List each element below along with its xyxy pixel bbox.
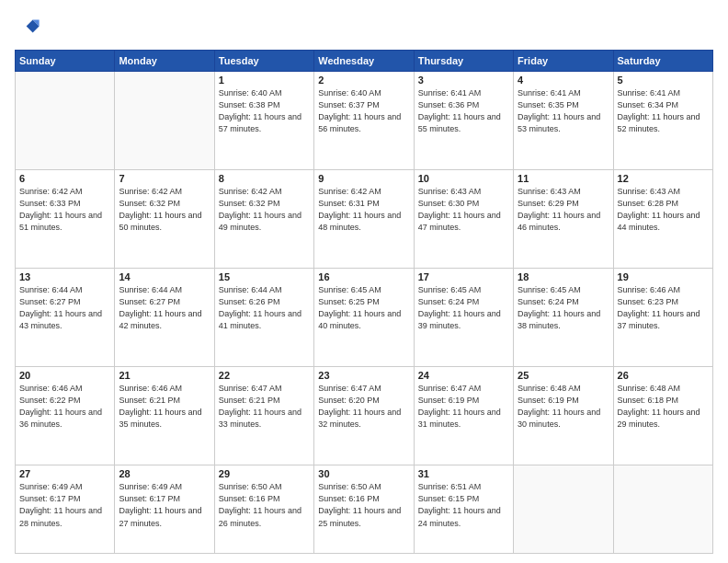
calendar-cell: 1Sunrise: 6:40 AM Sunset: 6:38 PM Daylig… [214, 72, 313, 170]
day-info: Sunrise: 6:46 AM Sunset: 6:23 PM Dayligh… [618, 284, 709, 332]
logo [15, 15, 44, 40]
calendar-cell: 14Sunrise: 6:44 AM Sunset: 6:27 PM Dayli… [115, 269, 214, 367]
weekday-header-saturday: Saturday [613, 51, 712, 72]
day-number: 9 [318, 173, 409, 184]
calendar-cell: 11Sunrise: 6:43 AM Sunset: 6:29 PM Dayli… [514, 170, 613, 269]
calendar-cell: 20Sunrise: 6:46 AM Sunset: 6:22 PM Dayli… [16, 367, 115, 465]
calendar-cell: 10Sunrise: 6:43 AM Sunset: 6:30 PM Dayli… [414, 170, 513, 269]
week-row-5: 27Sunrise: 6:49 AM Sunset: 6:17 PM Dayli… [16, 465, 713, 554]
day-info: Sunrise: 6:49 AM Sunset: 6:17 PM Dayligh… [119, 481, 210, 529]
day-info: Sunrise: 6:43 AM Sunset: 6:28 PM Dayligh… [618, 186, 709, 234]
day-number: 27 [19, 468, 110, 479]
calendar-cell: 28Sunrise: 6:49 AM Sunset: 6:17 PM Dayli… [115, 465, 214, 554]
day-number: 5 [618, 75, 709, 86]
week-row-3: 13Sunrise: 6:44 AM Sunset: 6:27 PM Dayli… [16, 269, 713, 367]
calendar-cell: 16Sunrise: 6:45 AM Sunset: 6:25 PM Dayli… [314, 269, 414, 367]
calendar-cell: 23Sunrise: 6:47 AM Sunset: 6:20 PM Dayli… [314, 367, 414, 465]
day-info: Sunrise: 6:46 AM Sunset: 6:22 PM Dayligh… [19, 383, 110, 431]
day-info: Sunrise: 6:41 AM Sunset: 6:35 PM Dayligh… [518, 87, 609, 135]
day-info: Sunrise: 6:44 AM Sunset: 6:26 PM Dayligh… [219, 284, 310, 332]
calendar-cell [115, 72, 214, 170]
calendar-cell: 12Sunrise: 6:43 AM Sunset: 6:28 PM Dayli… [613, 170, 712, 269]
day-info: Sunrise: 6:44 AM Sunset: 6:27 PM Dayligh… [19, 284, 110, 332]
logo-icon [15, 15, 40, 40]
day-number: 26 [618, 370, 709, 381]
day-number: 19 [618, 271, 709, 282]
calendar-cell: 3Sunrise: 6:41 AM Sunset: 6:36 PM Daylig… [414, 72, 513, 170]
day-info: Sunrise: 6:47 AM Sunset: 6:19 PM Dayligh… [418, 383, 509, 431]
day-number: 11 [518, 173, 609, 184]
day-number: 10 [418, 173, 509, 184]
day-number: 29 [219, 468, 310, 479]
day-number: 3 [418, 75, 509, 86]
week-row-2: 6Sunrise: 6:42 AM Sunset: 6:33 PM Daylig… [16, 170, 713, 269]
day-number: 16 [318, 271, 409, 282]
weekday-header-sunday: Sunday [16, 51, 115, 72]
calendar-cell: 4Sunrise: 6:41 AM Sunset: 6:35 PM Daylig… [514, 72, 613, 170]
day-info: Sunrise: 6:40 AM Sunset: 6:37 PM Dayligh… [318, 87, 409, 135]
weekday-header-friday: Friday [514, 51, 613, 72]
calendar-cell: 2Sunrise: 6:40 AM Sunset: 6:37 PM Daylig… [314, 72, 414, 170]
day-info: Sunrise: 6:42 AM Sunset: 6:33 PM Dayligh… [19, 186, 110, 234]
day-number: 28 [119, 468, 210, 479]
weekday-header-thursday: Thursday [414, 51, 513, 72]
calendar-cell: 17Sunrise: 6:45 AM Sunset: 6:24 PM Dayli… [414, 269, 513, 367]
day-number: 20 [19, 370, 110, 381]
day-info: Sunrise: 6:47 AM Sunset: 6:20 PM Dayligh… [318, 383, 409, 431]
header [15, 15, 713, 40]
day-info: Sunrise: 6:45 AM Sunset: 6:25 PM Dayligh… [318, 284, 409, 332]
calendar-cell: 26Sunrise: 6:48 AM Sunset: 6:18 PM Dayli… [613, 367, 712, 465]
calendar-cell: 15Sunrise: 6:44 AM Sunset: 6:26 PM Dayli… [214, 269, 313, 367]
day-info: Sunrise: 6:41 AM Sunset: 6:36 PM Dayligh… [418, 87, 509, 135]
day-number: 13 [19, 271, 110, 282]
calendar-cell [514, 465, 613, 554]
calendar-cell [613, 465, 712, 554]
week-row-4: 20Sunrise: 6:46 AM Sunset: 6:22 PM Dayli… [16, 367, 713, 465]
weekday-header-wednesday: Wednesday [314, 51, 414, 72]
day-info: Sunrise: 6:46 AM Sunset: 6:21 PM Dayligh… [119, 383, 210, 431]
day-number: 2 [318, 75, 409, 86]
day-number: 22 [219, 370, 310, 381]
day-info: Sunrise: 6:51 AM Sunset: 6:15 PM Dayligh… [418, 481, 509, 529]
day-info: Sunrise: 6:42 AM Sunset: 6:31 PM Dayligh… [318, 186, 409, 234]
day-number: 6 [19, 173, 110, 184]
day-info: Sunrise: 6:49 AM Sunset: 6:17 PM Dayligh… [19, 481, 110, 529]
calendar-cell: 8Sunrise: 6:42 AM Sunset: 6:32 PM Daylig… [214, 170, 313, 269]
calendar-cell: 21Sunrise: 6:46 AM Sunset: 6:21 PM Dayli… [115, 367, 214, 465]
calendar-cell: 13Sunrise: 6:44 AM Sunset: 6:27 PM Dayli… [16, 269, 115, 367]
day-info: Sunrise: 6:50 AM Sunset: 6:16 PM Dayligh… [219, 481, 310, 529]
day-info: Sunrise: 6:44 AM Sunset: 6:27 PM Dayligh… [119, 284, 210, 332]
day-number: 1 [219, 75, 310, 86]
calendar-cell: 9Sunrise: 6:42 AM Sunset: 6:31 PM Daylig… [314, 170, 414, 269]
day-number: 4 [518, 75, 609, 86]
day-number: 25 [518, 370, 609, 381]
weekday-header-tuesday: Tuesday [214, 51, 313, 72]
calendar-cell: 19Sunrise: 6:46 AM Sunset: 6:23 PM Dayli… [613, 269, 712, 367]
weekday-header-row: SundayMondayTuesdayWednesdayThursdayFrid… [16, 51, 713, 72]
page: SundayMondayTuesdayWednesdayThursdayFrid… [0, 0, 728, 563]
day-number: 21 [119, 370, 210, 381]
day-number: 30 [318, 468, 409, 479]
calendar-table: SundayMondayTuesdayWednesdayThursdayFrid… [15, 50, 713, 554]
day-info: Sunrise: 6:43 AM Sunset: 6:30 PM Dayligh… [418, 186, 509, 234]
day-number: 15 [219, 271, 310, 282]
day-number: 12 [618, 173, 709, 184]
day-number: 7 [119, 173, 210, 184]
day-info: Sunrise: 6:48 AM Sunset: 6:19 PM Dayligh… [518, 383, 609, 431]
calendar-cell: 6Sunrise: 6:42 AM Sunset: 6:33 PM Daylig… [16, 170, 115, 269]
calendar-cell: 7Sunrise: 6:42 AM Sunset: 6:32 PM Daylig… [115, 170, 214, 269]
calendar-cell [16, 72, 115, 170]
calendar-cell: 5Sunrise: 6:41 AM Sunset: 6:34 PM Daylig… [613, 72, 712, 170]
day-info: Sunrise: 6:45 AM Sunset: 6:24 PM Dayligh… [418, 284, 509, 332]
day-number: 8 [219, 173, 310, 184]
day-number: 17 [418, 271, 509, 282]
day-number: 23 [318, 370, 409, 381]
calendar-cell: 18Sunrise: 6:45 AM Sunset: 6:24 PM Dayli… [514, 269, 613, 367]
day-number: 18 [518, 271, 609, 282]
calendar-cell: 27Sunrise: 6:49 AM Sunset: 6:17 PM Dayli… [16, 465, 115, 554]
weekday-header-monday: Monday [115, 51, 214, 72]
calendar-cell: 24Sunrise: 6:47 AM Sunset: 6:19 PM Dayli… [414, 367, 513, 465]
day-info: Sunrise: 6:50 AM Sunset: 6:16 PM Dayligh… [318, 481, 409, 529]
calendar-cell: 22Sunrise: 6:47 AM Sunset: 6:21 PM Dayli… [214, 367, 313, 465]
day-info: Sunrise: 6:42 AM Sunset: 6:32 PM Dayligh… [219, 186, 310, 234]
